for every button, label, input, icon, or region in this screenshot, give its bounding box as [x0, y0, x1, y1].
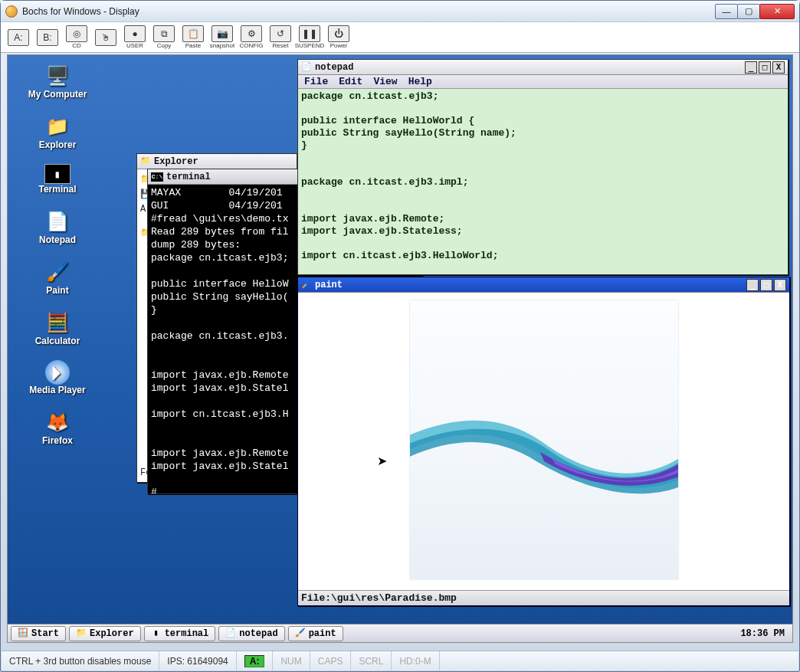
paint-canvas[interactable] [410, 300, 678, 579]
notepad-title: notepad [315, 63, 353, 72]
bochs-icon [5, 5, 18, 18]
desktop-icon-label: Paint [46, 285, 68, 296]
notepad-close-button[interactable]: X [772, 61, 785, 74]
paint-statusbar: File:\gui\res\Paradise.bmp [298, 590, 789, 605]
toolbar-btn-2[interactable]: ◎CD [64, 24, 90, 51]
taskbar-item-explorer[interactable]: 📁Explorer [69, 626, 141, 641]
status-a-badge: A: [244, 655, 265, 667]
toolbar-btn-8[interactable]: ⚙CONFIG [238, 24, 264, 51]
taskbar-item-terminal[interactable]: ▮terminal [144, 626, 216, 641]
taskbar-clock: 18:36 PM [736, 629, 789, 638]
toolbar-label: SUSPEND [295, 43, 325, 49]
desktop-icon-media-player[interactable]: ⏵Media Player [15, 360, 100, 395]
paint-max-button[interactable]: □ [760, 279, 772, 291]
toolbar-btn-5[interactable]: ⧉Copy [151, 24, 177, 51]
paint-body[interactable]: ➤ [298, 293, 789, 590]
toolbar-glyph: ◎ [66, 25, 87, 42]
desktop-icon-terminal[interactable]: ▮Terminal [15, 164, 100, 195]
status-hd: HD:0-M [392, 651, 439, 670]
toolbar-label: CD [72, 43, 81, 49]
desktop-icon-notepad[interactable]: 📄Notepad [15, 208, 100, 245]
status-num: NUM [273, 651, 310, 670]
paint-min-button[interactable]: _ [746, 279, 759, 291]
outer-max-button[interactable]: ▢ [737, 4, 760, 19]
os-taskbar: 🪟 Start 📁Explorer▮terminal📄notepad🖌️pain… [8, 624, 792, 642]
desktop-icon-glyph: 🖌️ [43, 259, 72, 285]
start-icon: 🪟 [18, 628, 28, 639]
toolbar-glyph: A: [8, 29, 29, 46]
desktop-icon-firefox[interactable]: 🦊Firefox [15, 409, 100, 446]
taskbar-item-icon: ▮ [151, 628, 162, 639]
toolbar-btn-4[interactable]: ●USER [122, 24, 148, 51]
wave-image [410, 408, 678, 500]
menu-view[interactable]: View [373, 75, 397, 88]
explorer-titlebar[interactable]: 📁 Explorer [137, 154, 297, 169]
desktop-icon-label: Media Player [29, 385, 85, 395]
taskbar-item-notepad[interactable]: 📄notepad [218, 626, 284, 641]
toolbar-glyph: ⏻ [328, 25, 349, 42]
terminal-title: terminal [166, 172, 211, 182]
outer-min-button[interactable]: — [715, 4, 738, 19]
toolbar-btn-6[interactable]: 📋Paste [180, 24, 206, 51]
paint-icon: 🖌️ [301, 280, 312, 290]
status-ips: IPS: 61649094 [159, 651, 236, 670]
toolbar-glyph: B: [37, 29, 58, 46]
paint-close-button[interactable]: X [774, 279, 786, 291]
toolbar-glyph: ⚙ [241, 25, 262, 42]
toolbar-glyph: 🖱 [95, 29, 116, 46]
outer-close-button[interactable]: ✕ [759, 4, 795, 19]
toolbar-label: Power [330, 43, 348, 49]
menu-help[interactable]: Help [408, 75, 432, 88]
bochs-window: Bochs for Windows - Display — ▢ ✕ A:B:◎C… [0, 0, 800, 672]
desktop-icon-glyph: 🧮 [43, 310, 72, 336]
paint-titlebar[interactable]: 🖌️ paint _ □ X [298, 277, 789, 293]
toolbar-btn-7[interactable]: 📷snapshot [209, 24, 235, 51]
notepad-body[interactable]: package cn.itcast.ejb3; public interface… [298, 89, 788, 274]
emulated-desktop[interactable]: 🖥️My Computer📁Explorer▮Terminal📄Notepad🖌… [7, 54, 793, 643]
start-button[interactable]: 🪟 Start [11, 626, 66, 641]
toolbar-glyph: 📷 [211, 25, 233, 42]
folder-icon: 📁 [140, 156, 151, 167]
taskbar-item-label: terminal [165, 629, 209, 638]
toolbar-label: Copy [157, 43, 172, 49]
notepad-min-button[interactable]: _ [745, 61, 757, 74]
desktop-icon-glyph: 🖥️ [43, 63, 72, 89]
desktop-icon-my-computer[interactable]: 🖥️My Computer [15, 63, 100, 100]
desktop-icon-label: Explorer [39, 139, 77, 150]
taskbar-item-label: notepad [239, 629, 277, 638]
notepad-max-button[interactable]: □ [759, 61, 771, 74]
toolbar-glyph: ● [124, 25, 146, 42]
toolbar-glyph: ⧉ [153, 25, 175, 42]
notepad-window[interactable]: 📄 notepad _ □ X File Edit View Help pack… [297, 59, 789, 275]
cursor-icon: ➤ [377, 454, 387, 468]
paint-window[interactable]: 🖌️ paint _ □ X ➤ [297, 277, 790, 606]
desktop-icon-label: Firefox [42, 435, 73, 446]
toolbar-btn-10[interactable]: ❚❚SUSPEND [297, 24, 323, 51]
explorer-title: Explorer [154, 157, 198, 166]
toolbar-btn-3[interactable]: 🖱 [93, 24, 119, 51]
menu-file[interactable]: File [304, 75, 328, 88]
status-mouse: CTRL + 3rd button disables mouse [2, 651, 159, 670]
toolbar-btn-0[interactable]: A: [5, 24, 31, 51]
taskbar-item-icon: 🖌️ [295, 628, 306, 639]
outer-title: Bochs for Windows - Display [22, 6, 139, 17]
explorer-row-text: A [140, 204, 146, 215]
desktop-icon-paint[interactable]: 🖌️Paint [15, 259, 100, 296]
outer-titlebar[interactable]: Bochs for Windows - Display — ▢ ✕ [1, 1, 799, 22]
desktop-icon-calculator[interactable]: 🧮Calculator [15, 310, 100, 346]
toolbar-btn-11[interactable]: ⏻Power [326, 24, 352, 51]
desktop-icon-label: My Computer [28, 89, 87, 100]
toolbar-btn-9[interactable]: ↺Reset [267, 24, 293, 51]
desktop-icon-glyph: 🦊 [43, 409, 72, 435]
desktop-icon-glyph: 📁 [43, 113, 72, 139]
desktop-icon-label: Notepad [39, 234, 76, 245]
toolbar-label: snapshot [210, 43, 234, 49]
toolbar-glyph: 📋 [182, 25, 204, 42]
notepad-menubar: File Edit View Help [298, 75, 788, 89]
taskbar-item-paint[interactable]: 🖌️paint [288, 626, 343, 641]
terminal-icon: C:\ [151, 172, 163, 182]
menu-edit[interactable]: Edit [339, 75, 362, 88]
toolbar-btn-1[interactable]: B: [34, 24, 61, 51]
desktop-icon-explorer[interactable]: 📁Explorer [15, 113, 100, 150]
notepad-titlebar[interactable]: 📄 notepad _ □ X [298, 60, 788, 75]
